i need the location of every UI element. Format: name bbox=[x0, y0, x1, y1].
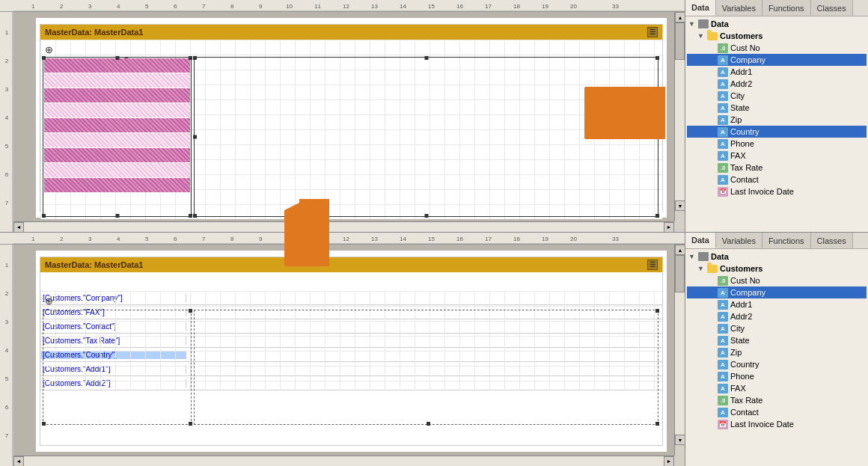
tree-field-zip-bottom[interactable]: A Zip bbox=[687, 346, 867, 358]
tree-field-addr2-top[interactable]: A Addr2 bbox=[687, 78, 867, 90]
svg-text:2: 2 bbox=[60, 236, 64, 242]
tree-field-zip-top[interactable]: A Zip bbox=[687, 114, 867, 126]
ruler-v-svg: 1 2 3 4 5 6 7 bbox=[0, 12, 13, 232]
tree-field-country-top[interactable]: A Country bbox=[687, 126, 867, 138]
panel-tabs-top: Data Variables Functions Classes bbox=[685, 0, 868, 16]
tree-field-taxrate-bottom[interactable]: .0 Tax Rate bbox=[687, 394, 867, 406]
tree-field-addr2-bottom[interactable]: A Addr2 bbox=[687, 310, 867, 322]
svg-text:14: 14 bbox=[400, 236, 406, 242]
svg-text:33: 33 bbox=[612, 236, 619, 242]
svg-text:5: 5 bbox=[4, 143, 8, 150]
tab-data-top[interactable]: Data bbox=[685, 0, 716, 16]
svg-text:13: 13 bbox=[371, 236, 378, 242]
tree-customers-top[interactable]: ▼ Customers bbox=[687, 30, 867, 42]
svg-text:12: 12 bbox=[343, 236, 349, 242]
band-header-bottom: MasterData: MasterData1 ☰ bbox=[40, 257, 662, 272]
svg-text:4: 4 bbox=[117, 236, 120, 242]
scrollbar-h-bottom[interactable]: ◄ ► bbox=[13, 456, 674, 466]
band-body-bottom: ⊕ [Customers."Company"] [Customers."FAX"… bbox=[40, 291, 662, 390]
tree-field-country-bottom[interactable]: A Country bbox=[687, 358, 867, 370]
ruler-h-svg-bottom: 1 2 3 4 5 6 7 8 9 10 11 12 13 14 15 16 1 bbox=[13, 233, 685, 245]
tab-classes-bottom[interactable]: Classes bbox=[811, 233, 853, 248]
tree-field-state-bottom[interactable]: A State bbox=[687, 334, 867, 346]
svg-text:3: 3 bbox=[4, 86, 8, 93]
tree-field-phone-top[interactable]: A Phone bbox=[687, 138, 867, 150]
panel-content-top: ▼ Data ▼ Customers .0 Cust No A Company bbox=[685, 16, 868, 232]
tree-field-fax-top[interactable]: A FAX bbox=[687, 150, 867, 162]
band-title-top: MasterData: MasterData1 bbox=[45, 28, 143, 37]
tree-field-lastinvoice-top[interactable]: 📅 Last Invoice Date bbox=[687, 186, 867, 197]
tab-classes-top[interactable]: Classes bbox=[811, 0, 853, 16]
svg-text:4: 4 bbox=[117, 3, 120, 10]
tree-field-custno-top[interactable]: .0 Cust No bbox=[687, 42, 867, 54]
svg-text:9: 9 bbox=[259, 236, 263, 242]
tree-field-phone-bottom[interactable]: A Phone bbox=[687, 370, 867, 382]
tree-field-fax-bottom[interactable]: A FAX bbox=[687, 382, 867, 394]
ruler-left-top: 1 2 3 4 5 6 7 bbox=[0, 12, 13, 232]
svg-text:6: 6 bbox=[174, 236, 177, 242]
svg-text:6: 6 bbox=[4, 404, 8, 411]
tree-field-addr1-top[interactable]: A Addr1 bbox=[687, 66, 867, 78]
tree-field-city-bottom[interactable]: A City bbox=[687, 322, 867, 334]
svg-text:11: 11 bbox=[314, 3, 321, 10]
tree-field-company-top[interactable]: A Company bbox=[687, 54, 867, 66]
tab-variables-bottom[interactable]: Variables bbox=[716, 233, 762, 248]
master-band-bottom: MasterData: MasterData1 ☰ ⊕ bbox=[40, 257, 663, 446]
band-title-bottom: MasterData: MasterData1 bbox=[45, 260, 143, 269]
selection-fields-left bbox=[43, 310, 192, 425]
tree-field-contact-top[interactable]: A Contact bbox=[687, 174, 867, 186]
tree-root-bottom[interactable]: ▼ Data bbox=[687, 251, 867, 263]
right-panel-bottom: Data Variables Functions Classes ▼ Data … bbox=[685, 233, 868, 466]
svg-text:3: 3 bbox=[88, 3, 92, 10]
tree-field-company-bottom[interactable]: A Company bbox=[687, 286, 867, 298]
tree-field-state-top[interactable]: A State bbox=[687, 102, 867, 114]
selection-fields-right bbox=[194, 310, 658, 425]
svg-text:19: 19 bbox=[542, 3, 548, 10]
scrollbar-v-bottom[interactable]: ▲ ▼ bbox=[674, 245, 685, 456]
tree-field-contact-bottom[interactable]: A Contact bbox=[687, 406, 867, 418]
scrollbar-h-top[interactable]: ◄ ► bbox=[13, 221, 674, 232]
move-handle-top[interactable]: ⊕ bbox=[45, 44, 53, 55]
svg-text:1: 1 bbox=[4, 29, 8, 36]
move-handle-bottom[interactable]: ⊕ bbox=[45, 295, 53, 307]
svg-text:20: 20 bbox=[570, 3, 577, 10]
tree-root-top[interactable]: ▼ Data bbox=[687, 18, 867, 30]
ruler-bottom: 1 2 3 4 5 6 7 8 9 10 11 12 13 14 15 16 1 bbox=[0, 233, 685, 245]
svg-text:9: 9 bbox=[259, 3, 263, 10]
tree-field-custno-bottom[interactable]: .0 Cust No bbox=[687, 275, 867, 286]
svg-text:2: 2 bbox=[60, 3, 64, 10]
right-panel-top: Data Variables Functions Classes ▼ Data … bbox=[685, 0, 868, 232]
svg-text:1: 1 bbox=[4, 262, 8, 269]
svg-text:1: 1 bbox=[31, 236, 35, 242]
svg-text:18: 18 bbox=[513, 3, 520, 10]
band-menu-icon-bottom[interactable]: ☰ bbox=[647, 260, 658, 270]
band-header-top: MasterData: MasterData1 ☰ bbox=[40, 25, 662, 40]
tab-functions-bottom[interactable]: Functions bbox=[762, 233, 811, 248]
svg-text:17: 17 bbox=[485, 3, 492, 10]
scrollbar-v-top[interactable]: ▲ ▼ bbox=[674, 12, 685, 221]
svg-text:17: 17 bbox=[485, 236, 492, 242]
svg-text:1: 1 bbox=[31, 3, 35, 10]
master-band-top: MasterData: MasterData1 ☰ ⊕ ▼ bbox=[40, 24, 663, 212]
tree-field-lastinvoice-bottom[interactable]: 📅 Last Invoice Date bbox=[687, 418, 867, 430]
tree-field-city-top[interactable]: A City bbox=[687, 90, 867, 102]
svg-text:2: 2 bbox=[4, 58, 8, 64]
tab-variables-top[interactable]: Variables bbox=[716, 0, 762, 16]
ruler-v-svg-bottom: 1 2 3 4 5 6 7 bbox=[0, 245, 13, 465]
svg-text:16: 16 bbox=[456, 3, 463, 10]
svg-text:8: 8 bbox=[230, 3, 234, 10]
orange-down-arrow bbox=[284, 199, 329, 268]
svg-text:7: 7 bbox=[4, 432, 8, 439]
band-menu-icon[interactable]: ☰ bbox=[647, 27, 658, 37]
svg-text:5: 5 bbox=[145, 236, 149, 242]
tree-field-addr1-bottom[interactable]: A Addr1 bbox=[687, 298, 867, 310]
svg-text:10: 10 bbox=[286, 3, 293, 10]
svg-text:14: 14 bbox=[400, 3, 406, 10]
svg-text:4: 4 bbox=[4, 347, 8, 354]
tree-customers-bottom[interactable]: ▼ Customers bbox=[687, 263, 867, 275]
tree-field-taxrate-top[interactable]: .0 Tax Rate bbox=[687, 162, 867, 174]
tab-data-bottom[interactable]: Data bbox=[685, 233, 716, 248]
tab-functions-top[interactable]: Functions bbox=[762, 0, 811, 16]
svg-text:19: 19 bbox=[542, 236, 548, 242]
svg-text:7: 7 bbox=[202, 3, 206, 10]
